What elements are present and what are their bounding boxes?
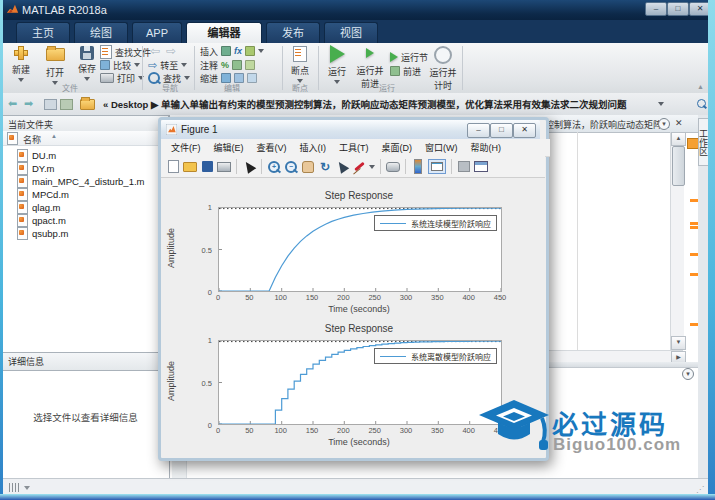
warning-marker[interactable] (690, 273, 698, 276)
warning-marker[interactable] (690, 253, 698, 256)
editor-actions-icon[interactable]: ▾ (658, 118, 670, 130)
advance-button[interactable]: 前进 (390, 65, 421, 77)
name-column-header[interactable]: 名称 ▲ (3, 131, 168, 146)
insert-legend-icon[interactable] (428, 159, 446, 174)
addr-search-icon[interactable] (697, 99, 706, 108)
print-button[interactable]: 打印 (100, 72, 144, 84)
scroll-thumb[interactable] (672, 146, 685, 186)
new-figure-icon[interactable] (166, 160, 180, 174)
print-figure-icon[interactable] (217, 160, 231, 174)
status-dropdown-icon[interactable] (24, 486, 30, 490)
back-icon[interactable]: ⇦ (150, 46, 160, 56)
ribbon-collapse-icon[interactable]: ▲ (697, 83, 704, 90)
compare-button[interactable]: 比较 (100, 59, 140, 71)
data-cursor-icon[interactable] (335, 160, 349, 174)
insert-function-icon[interactable] (245, 46, 255, 56)
menu-window[interactable]: 窗口(W) (425, 141, 458, 154)
breakpoints-button[interactable]: 断点 (285, 45, 315, 83)
figure-close-button[interactable]: ✕ (513, 123, 536, 138)
brush-icon[interactable] (352, 160, 366, 174)
show-plot-tools-icon[interactable] (474, 160, 488, 174)
addr-forward-icon[interactable]: ➡ (24, 97, 33, 110)
figure-title-bar[interactable]: Figure 1 – □ ✕ (161, 120, 540, 140)
current-folder-icon (80, 99, 95, 110)
legend[interactable]: 系统离散模型阶跃响应 (374, 348, 497, 364)
edit-plot-icon[interactable] (242, 160, 256, 174)
menu-edit[interactable]: 编辑(E) (214, 141, 244, 154)
tab-view[interactable]: 视图 (324, 22, 378, 44)
file-item[interactable]: DU.m (17, 149, 56, 162)
menu-insert[interactable]: 插入(I) (300, 141, 327, 154)
hide-plot-tools-icon[interactable] (457, 160, 471, 174)
menu-view[interactable]: 查看(V) (257, 141, 287, 154)
warning-marker[interactable] (690, 222, 698, 225)
tab-publish[interactable]: 发布 (266, 22, 320, 44)
insert-colorbar-icon[interactable] (411, 160, 425, 174)
figure-maximize-button[interactable]: □ (490, 123, 513, 138)
comment-icon[interactable]: % (221, 60, 229, 70)
minimize-button[interactable]: – (645, 2, 667, 16)
new-button[interactable]: 新建 (6, 45, 36, 82)
breadcrumb[interactable]: « Desktop ▶ 单输入单输出有约束的模型预测控制算法，阶跃响应动态矩阵预… (103, 97, 648, 111)
plot-area[interactable]: 系统离散模型阶跃响应 (218, 340, 502, 425)
insert-section-icon[interactable] (221, 46, 231, 56)
tab-plots[interactable]: 绘图 (74, 22, 128, 44)
up-folder-icon[interactable] (44, 99, 57, 110)
editor-tab-title[interactable]: 控制算法，阶跃响应动态矩阵... (545, 118, 670, 131)
figure-minimize-button[interactable]: – (467, 123, 490, 138)
tab-apps[interactable]: APP (132, 22, 182, 44)
file-item[interactable]: qpact.m (17, 214, 66, 227)
find-files-button[interactable]: 查找文件 (100, 46, 151, 58)
scroll-up-icon[interactable]: ▲ (671, 132, 686, 146)
status-toolbar-icon[interactable] (9, 483, 21, 492)
command-window-actions-icon[interactable]: ▾ (682, 368, 694, 380)
file-item[interactable]: DY.m (17, 162, 55, 175)
link-plot-icon[interactable] (386, 160, 400, 174)
run-time-button[interactable]: 运行并 计时 (428, 45, 458, 92)
file-item[interactable]: qlag.m (17, 201, 61, 214)
addr-back-icon[interactable]: ⬅ (8, 97, 17, 110)
rotate3d-icon[interactable]: ↻ (318, 160, 332, 174)
editor-vscrollbar[interactable]: ▲ ▼ (670, 132, 684, 350)
plot-area[interactable]: 系统连续模型阶跃响应 (218, 207, 502, 292)
menu-desktop[interactable]: 桌面(D) (382, 141, 413, 154)
maximize-button[interactable]: □ (667, 2, 689, 16)
menu-tools[interactable]: 工具(T) (339, 141, 369, 154)
warning-marker[interactable] (690, 323, 698, 326)
zoom-out-icon[interactable]: − (284, 160, 298, 174)
menu-file[interactable]: 文件(F) (171, 141, 201, 154)
brush-dropdown-icon[interactable] (369, 165, 375, 169)
mfile-icon (17, 175, 28, 188)
comment-row[interactable]: 注释 % (200, 59, 255, 71)
save-button[interactable]: 保存 (72, 45, 102, 81)
file-item[interactable]: qsubp.m (17, 227, 68, 240)
editor-tab-close-icon[interactable]: ✕ (675, 118, 683, 128)
uncomment-icon[interactable] (232, 60, 242, 70)
nav-history-buttons[interactable]: ⇦ ⇨ (150, 45, 176, 57)
goto-button[interactable]: ⇨ 转至 (148, 59, 187, 71)
file-item[interactable]: main_MPC_4_disturb_1.m (17, 175, 144, 188)
save-figure-icon[interactable] (200, 160, 214, 174)
browse-folder-icon[interactable] (60, 99, 73, 110)
run-section-button[interactable]: 运行节 (390, 51, 428, 63)
legend[interactable]: 系统连续模型阶跃响应 (374, 215, 497, 231)
tab-home[interactable]: 主页 (16, 22, 70, 44)
scroll-down-icon[interactable]: ▼ (671, 336, 686, 350)
warning-marker[interactable] (690, 226, 698, 229)
warning-marker[interactable] (690, 199, 698, 202)
details-header[interactable]: 详细信息 (3, 352, 174, 371)
file-item[interactable]: MPCd.m (17, 188, 69, 201)
zoom-in-icon[interactable]: + (267, 160, 281, 174)
resize-grip[interactable]: ⋰ (696, 485, 704, 494)
tab-editor[interactable]: 编辑器 (186, 22, 262, 44)
menu-help[interactable]: 帮助(H) (471, 141, 502, 154)
pan-icon[interactable] (301, 160, 315, 174)
forward-icon[interactable]: ⇨ (166, 46, 176, 56)
addr-dropdown-icon[interactable] (658, 102, 664, 106)
insert-row[interactable]: 插入 fx (200, 45, 264, 57)
open-button[interactable]: 打开 (40, 45, 70, 85)
open-file-icon[interactable] (183, 160, 197, 174)
run-button[interactable]: 运行 (322, 45, 352, 84)
fx-icon[interactable]: fx (234, 46, 242, 56)
wrap-comments-icon[interactable] (245, 60, 255, 70)
